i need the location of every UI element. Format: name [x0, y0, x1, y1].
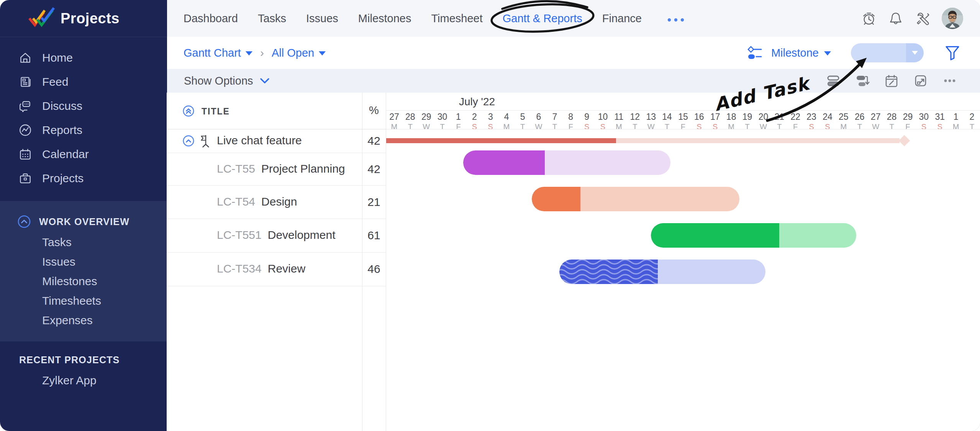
row-height-icon[interactable]	[826, 73, 841, 88]
milestone-name: Live chat feature	[217, 134, 302, 147]
view-selector[interactable]: Gantt Chart	[184, 47, 252, 59]
milestone-end-marker	[898, 135, 910, 146]
sidebar-item-tasks[interactable]: Tasks	[0, 232, 167, 252]
gantt-bar-review[interactable]	[559, 260, 765, 284]
show-options-toggle[interactable]: Show Options	[184, 69, 270, 93]
sidebar-item-label: Feed	[42, 75, 68, 88]
milestone-flag-icon	[200, 134, 212, 148]
task-row-review[interactable]: LC-T534Review46	[167, 252, 386, 286]
project-tabs: DashboardTasksIssuesMilestonesTimesheetG…	[167, 12, 685, 25]
chevron-down-icon	[259, 77, 270, 85]
fullscreen-icon[interactable]	[913, 73, 928, 88]
sidebar-item-issues[interactable]: Issues	[0, 252, 167, 271]
notifications-bell-icon[interactable]	[888, 11, 903, 26]
gantt-bar-progress	[559, 260, 658, 284]
filter-selector[interactable]: All Open	[272, 47, 326, 59]
percent-complete: 42	[362, 163, 386, 176]
more-icon[interactable]	[942, 73, 957, 88]
divider	[167, 252, 386, 253]
recent-projects-header: RECENT PROJECTS	[0, 349, 167, 371]
sidebar-item-timesheets[interactable]: Timesheets	[0, 291, 167, 310]
top-navigation: DashboardTasksIssuesMilestonesTimesheetG…	[167, 0, 980, 37]
sidebar-item-home[interactable]: Home	[0, 46, 167, 70]
discuss-icon	[18, 99, 32, 113]
tab-milestones[interactable]: Milestones	[358, 12, 411, 25]
gantt-bar-design[interactable]	[532, 187, 739, 211]
recent-projects-items: Zylker App	[0, 371, 167, 390]
tab-dashboard[interactable]: Dashboard	[184, 12, 238, 25]
month-label: July '22	[459, 96, 495, 108]
sidebar-item-discuss[interactable]: Discuss	[0, 94, 167, 118]
gantt-task-table: TITLE % Live chat feature42LC-T55Project…	[167, 93, 386, 431]
tab-tasks[interactable]: Tasks	[258, 12, 286, 25]
percent-complete: 61	[362, 229, 386, 242]
gantt-bar-progress	[532, 187, 580, 211]
tab-finance[interactable]: Finance	[602, 12, 642, 25]
gantt-summary-bar-live-chat-feature[interactable]	[386, 138, 915, 143]
timeline-date-icon[interactable]	[884, 73, 899, 88]
breadcrumb-row: Gantt Chart › All Open Milestone	[167, 37, 980, 69]
recent-project-zylker-app[interactable]: Zylker App	[0, 371, 167, 390]
task-row-project-planning[interactable]: LC-T55Project Planning42	[167, 153, 386, 185]
sidebar-item-label: Reports	[42, 124, 82, 137]
timer-icon[interactable]	[861, 11, 877, 26]
add-task-dropdown[interactable]	[906, 43, 924, 62]
milestone-row-live-chat-feature[interactable]: Live chat feature42	[167, 129, 386, 153]
view-selector-label: Gantt Chart	[184, 47, 241, 59]
task-id: LC-T55	[217, 162, 255, 175]
gantt-chart-pane: July '22 27M28T29W30T1F2S3S4M5T6W7T8F9S1…	[386, 93, 980, 431]
sidebar-section-recent-projects: RECENT PROJECTS Zylker App	[0, 349, 167, 400]
sidebar-item-projects[interactable]: Projects	[0, 166, 167, 190]
sidebar-item-feed[interactable]: Feed	[0, 70, 167, 94]
tab-timesheet[interactable]: Timesheet	[431, 12, 482, 25]
zoho-projects-app: Projects HomeFeedDiscussReportsCalendarP…	[0, 0, 980, 431]
group-by-label: Milestone	[771, 47, 819, 59]
divider	[167, 286, 386, 286]
sidebar-main-nav: HomeFeedDiscussReportsCalendarProjects	[0, 37, 167, 190]
add-task-button[interactable]	[851, 43, 906, 62]
chevron-down-icon	[912, 51, 918, 55]
gantt-bar-progress	[651, 223, 779, 248]
divider	[167, 219, 386, 219]
collapse-row-icon[interactable]	[183, 135, 194, 147]
gantt-bar-development[interactable]	[651, 223, 856, 248]
scroll-to-task-icon[interactable]	[855, 73, 870, 88]
filter-funnel-icon[interactable]	[945, 44, 960, 61]
sidebar-item-calendar[interactable]: Calendar	[0, 142, 167, 166]
calendar-icon	[18, 147, 32, 161]
summary-progress	[386, 138, 616, 143]
user-avatar[interactable]	[942, 8, 963, 29]
add-task-split-button[interactable]	[851, 43, 924, 62]
work-overview-header[interactable]: WORK OVERVIEW	[0, 211, 167, 232]
collapse-section-icon[interactable]	[18, 215, 31, 228]
options-bar: Show Options	[167, 69, 980, 93]
breadcrumb-separator: ›	[260, 46, 264, 59]
group-by-selector[interactable]: Milestone	[771, 47, 831, 59]
gantt-view-icons	[826, 69, 957, 93]
task-row-development[interactable]: LC-T551Development61	[167, 219, 386, 252]
sidebar-item-milestones[interactable]: Milestones	[0, 271, 167, 291]
chevron-down-icon	[319, 51, 326, 56]
task-row-design[interactable]: LC-T54Design21	[167, 185, 386, 219]
reports-icon	[18, 123, 32, 137]
sidebar-item-reports[interactable]: Reports	[0, 118, 167, 142]
tab-issues[interactable]: Issues	[306, 12, 338, 25]
task-name: LC-T534Review	[217, 262, 305, 275]
task-id: LC-T54	[217, 195, 255, 208]
global-icons	[861, 0, 963, 37]
divider	[167, 185, 386, 186]
feed-icon	[18, 75, 32, 89]
more-tabs-icon[interactable]	[667, 12, 685, 25]
title-column-header: TITLE	[202, 106, 230, 117]
collapse-all-icon[interactable]	[183, 105, 194, 117]
percent-complete: 42	[362, 134, 386, 147]
gantt-bar-project-planning[interactable]	[463, 150, 670, 175]
percent-complete: 46	[362, 263, 386, 276]
sidebar-item-expenses[interactable]: Expenses	[0, 310, 167, 330]
filter-selector-label: All Open	[272, 47, 314, 59]
sidebar-item-label: Home	[42, 51, 73, 64]
view-settings-icon[interactable]	[747, 45, 763, 61]
tools-icon[interactable]	[915, 11, 930, 26]
divider	[386, 129, 980, 129]
tab-gantt-reports[interactable]: Gantt & Reports	[503, 12, 582, 25]
